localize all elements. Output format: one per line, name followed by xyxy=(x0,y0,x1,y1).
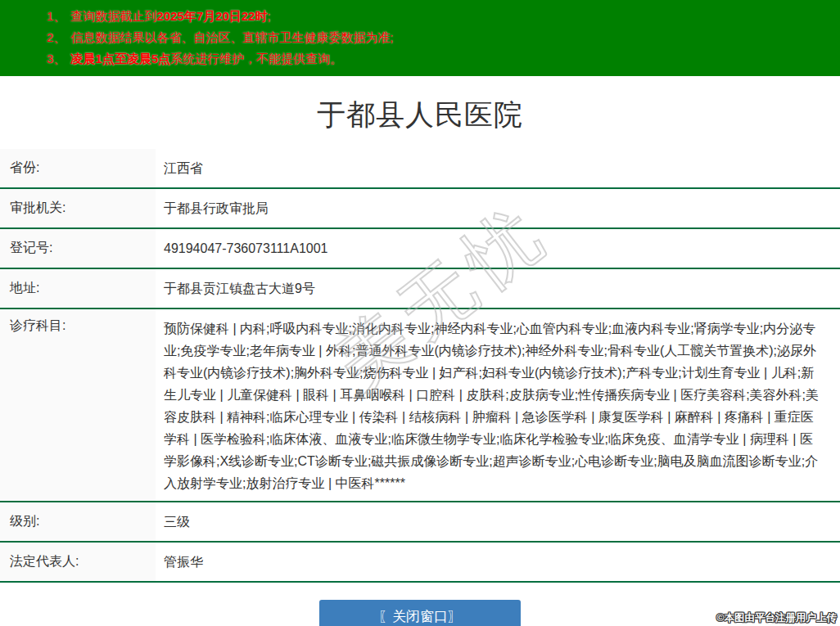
table-row-registration-number: 登记号: 49194047-736073111A1001 xyxy=(0,229,840,269)
table-row-province: 省份: 江西省 xyxy=(0,149,840,189)
table-row-medical-departments: 诊疗科目: 预防保健科 | 内科;呼吸内科专业;消化内科专业;神经内科专业;心血… xyxy=(0,309,840,502)
notice-text: 信息数据结果以各省、自治区、直辖市卫生健康委数据为准; xyxy=(70,30,393,44)
table-row-approval-authority: 审批机关: 于都县行政审批局 xyxy=(0,189,840,229)
button-area: 〖关闭窗口〗 xyxy=(0,600,840,626)
notice-item-3: 3、凌晨1点至凌晨5点系统进行维护，不能提供查询。 xyxy=(0,48,840,70)
notice-number: 1、 xyxy=(47,9,65,23)
notice-item-2: 2、信息数据结果以各省、自治区、直辖市卫生健康委数据为准; xyxy=(0,27,840,48)
notice-banner: 1、查询数据截止到2025年7月20日22时; 2、信息数据结果以各省、自治区、… xyxy=(0,0,840,76)
uploader-note: ©本图由平台注册用户上传 xyxy=(716,611,837,625)
table-row-level: 级别: 三级 xyxy=(0,502,840,543)
notice-text-bold: 凌晨1点至凌晨5点 xyxy=(70,52,170,65)
row-value: 三级 xyxy=(156,502,840,541)
notice-text: ; xyxy=(267,9,270,23)
row-value: 于都县贡江镇盘古大道9号 xyxy=(156,269,840,308)
notice-text: 系统进行维护，不能提供查询。 xyxy=(170,52,342,65)
table-row-legal-representative: 法定代表人: 管振华 xyxy=(0,543,840,583)
row-label: 省份: xyxy=(0,149,156,187)
table-row-address: 地址: 于都县贡江镇盘古大道9号 xyxy=(0,269,840,309)
notice-text-bold: 2025年7月20日22时 xyxy=(156,9,267,23)
notice-text: 查询数据截止到 xyxy=(70,9,156,23)
row-label: 级别: xyxy=(0,502,156,541)
row-label: 诊疗科目: xyxy=(0,309,156,501)
hospital-info-table: 省份: 江西省 审批机关: 于都县行政审批局 登记号: 49194047-736… xyxy=(0,149,840,583)
hospital-title: 于都县人民医院 xyxy=(0,97,840,131)
row-value: 预防保健科 | 内科;呼吸内科专业;消化内科专业;神经内科专业;心血管内科专业;… xyxy=(156,309,840,501)
row-label: 审批机关: xyxy=(0,189,156,227)
row-value: 于都县行政审批局 xyxy=(156,189,840,227)
row-label: 登记号: xyxy=(0,229,156,268)
row-value: 江西省 xyxy=(156,149,840,187)
notice-number: 3、 xyxy=(47,52,65,65)
row-value: 管振华 xyxy=(156,543,840,581)
row-value: 49194047-736073111A1001 xyxy=(156,229,840,268)
row-label: 法定代表人: xyxy=(0,543,156,581)
notice-number: 2、 xyxy=(47,30,65,44)
notice-item-1: 1、查询数据截止到2025年7月20日22时; xyxy=(0,6,840,27)
row-label: 地址: xyxy=(0,269,156,308)
close-window-button[interactable]: 〖关闭窗口〗 xyxy=(319,600,521,626)
